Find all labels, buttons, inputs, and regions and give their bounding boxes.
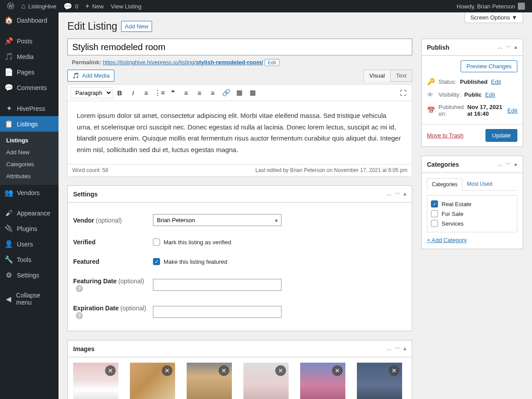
- toggle-icon[interactable]: ▴: [403, 345, 407, 353]
- move-up-icon[interactable]: ︿: [387, 190, 392, 198]
- comment-icon: 💬: [4, 83, 13, 92]
- preview-changes-button[interactable]: Preview Changes: [461, 60, 517, 72]
- menu-hivepress[interactable]: ✦HivePress: [0, 101, 59, 116]
- edit-visibility-link[interactable]: Edit: [485, 91, 495, 98]
- quote-button[interactable]: ❝: [167, 86, 179, 99]
- remove-image-icon[interactable]: ✕: [105, 365, 116, 376]
- tab-categories-all[interactable]: Categories: [427, 178, 462, 191]
- move-down-icon[interactable]: ﹀: [395, 345, 401, 353]
- image-thumbnail[interactable]: ✕: [187, 363, 232, 399]
- menu-vendors[interactable]: 👥Vendors: [0, 185, 59, 200]
- published-row: 📅 Published on: Nov 17, 2021 at 16:40 Ed…: [427, 101, 517, 120]
- move-to-trash-link[interactable]: Move to Trash: [427, 132, 463, 139]
- menu-comments[interactable]: 💬Comments: [0, 80, 59, 95]
- submenu-add-new[interactable]: Add New: [0, 146, 59, 158]
- featured-checkbox[interactable]: ✓: [153, 258, 160, 265]
- category-item: For Sale: [431, 209, 513, 219]
- images-grid: ✕ ✕ ✕ ✕ ✕ ✕: [73, 363, 407, 399]
- publish-title: Publish: [427, 44, 450, 51]
- italic-button[interactable]: I: [127, 86, 139, 99]
- add-new-button[interactable]: Add New: [121, 21, 153, 32]
- image-thumbnail[interactable]: ✕: [243, 363, 289, 399]
- update-button[interactable]: Update: [485, 129, 517, 142]
- screen-options-toggle[interactable]: Screen Options ▼: [465, 12, 523, 23]
- menu-plugins[interactable]: 🔌Plugins: [0, 221, 59, 236]
- comments-link[interactable]: 💬0: [60, 0, 82, 12]
- menu-dashboard[interactable]: 🏠Dashboard: [0, 12, 59, 28]
- listings-icon: 📋: [4, 120, 13, 128]
- new-content-link[interactable]: +New: [82, 0, 107, 12]
- edit-date-link[interactable]: Edit: [508, 107, 517, 114]
- permalink-edit-button[interactable]: Edit: [265, 59, 279, 66]
- help-icon[interactable]: ?: [76, 312, 83, 319]
- submenu-attributes[interactable]: Attributes: [0, 170, 59, 182]
- remove-image-icon[interactable]: ✕: [219, 365, 229, 376]
- remove-image-icon[interactable]: ✕: [162, 365, 172, 376]
- submenu-listings: Listings Add New Categories Attributes: [0, 132, 59, 185]
- align-left-button[interactable]: ≡: [180, 86, 192, 99]
- site-name-link[interactable]: ⌂ListingHive: [18, 0, 60, 12]
- number-list-button[interactable]: ⋮≡: [153, 86, 166, 99]
- image-thumbnail[interactable]: ✕: [300, 363, 345, 399]
- menu-pages[interactable]: 📄Pages: [0, 64, 59, 80]
- menu-tools[interactable]: 🔧Tools: [0, 252, 59, 267]
- remove-image-icon[interactable]: ✕: [332, 365, 343, 376]
- submenu-listings-all[interactable]: Listings: [0, 134, 59, 146]
- format-select[interactable]: Paragraph: [70, 87, 113, 98]
- my-account-link[interactable]: Howdy, Brian Peterson: [453, 0, 528, 12]
- remove-image-icon[interactable]: ✕: [275, 365, 286, 376]
- help-icon[interactable]: ?: [76, 285, 83, 292]
- verified-checkbox[interactable]: [153, 239, 160, 246]
- more-button[interactable]: ▦: [233, 86, 246, 99]
- category-checkbox[interactable]: [431, 210, 438, 217]
- category-checkbox[interactable]: [431, 220, 438, 227]
- toggle-icon[interactable]: ▴: [403, 190, 407, 198]
- align-right-button[interactable]: ≡: [207, 86, 219, 99]
- move-down-icon[interactable]: ﹀: [506, 160, 512, 168]
- image-thumbnail[interactable]: ✕: [130, 363, 175, 399]
- remove-image-icon[interactable]: ✕: [389, 365, 399, 376]
- category-checkbox[interactable]: ✓: [431, 200, 438, 207]
- view-listing-link[interactable]: View Listing: [107, 0, 145, 12]
- bullet-list-button[interactable]: ≡: [140, 86, 153, 99]
- pin-icon: 📌: [4, 37, 13, 45]
- add-category-link[interactable]: + Add Category: [427, 237, 467, 243]
- toolbar-toggle-button[interactable]: ▦: [246, 86, 259, 99]
- menu-posts[interactable]: 📌Posts: [0, 33, 59, 49]
- admin-bar: ⓦ ⌂ListingHive 💬0 +New View Listing Howd…: [0, 0, 532, 12]
- status-value: Published: [460, 78, 487, 85]
- image-thumbnail[interactable]: ✕: [73, 363, 118, 399]
- tab-categories-most-used[interactable]: Most Used: [462, 178, 497, 190]
- expiration-date-input[interactable]: [153, 306, 282, 318]
- bold-button[interactable]: B: [113, 86, 126, 99]
- dashboard-icon: 🏠: [4, 16, 13, 24]
- edit-status-link[interactable]: Edit: [491, 78, 501, 85]
- align-center-button[interactable]: ≡: [193, 86, 206, 99]
- vendor-select[interactable]: Brian Peterson: [153, 214, 282, 226]
- move-up-icon[interactable]: ︿: [497, 160, 503, 168]
- menu-users[interactable]: 👤Users: [0, 236, 59, 252]
- image-thumbnail[interactable]: ✕: [357, 363, 402, 399]
- title-input[interactable]: [67, 39, 412, 55]
- fullscreen-button[interactable]: ⛶: [397, 86, 409, 99]
- move-down-icon[interactable]: ﹀: [395, 190, 401, 198]
- submenu-categories[interactable]: Categories: [0, 158, 59, 170]
- menu-appearance[interactable]: 🖌Appearance: [0, 206, 59, 221]
- featuring-date-input[interactable]: [153, 279, 282, 291]
- menu-media[interactable]: 🎵Media: [0, 49, 59, 64]
- menu-listings[interactable]: 📋Listings: [0, 116, 59, 132]
- tab-visual[interactable]: Visual: [364, 70, 391, 82]
- editor-content[interactable]: Lorem ipsum dolor sit amet, consectetur …: [67, 101, 412, 164]
- tab-text[interactable]: Text: [391, 70, 412, 82]
- toggle-icon[interactable]: ▴: [514, 43, 517, 51]
- link-button[interactable]: 🔗: [220, 86, 232, 99]
- move-down-icon[interactable]: ﹀: [506, 43, 512, 51]
- toggle-icon[interactable]: ▴: [514, 160, 517, 168]
- add-media-button[interactable]: 🎵Add Media: [67, 70, 114, 82]
- collapse-menu[interactable]: ◀Collapse menu: [0, 288, 59, 309]
- move-up-icon[interactable]: ︿: [497, 43, 503, 51]
- menu-settings[interactable]: ⚙Settings: [0, 267, 59, 283]
- permalink-link[interactable]: https://listinghive.hivepress.io/listing…: [103, 59, 263, 66]
- wp-logo[interactable]: ⓦ: [4, 0, 18, 12]
- move-up-icon[interactable]: ︿: [387, 345, 392, 353]
